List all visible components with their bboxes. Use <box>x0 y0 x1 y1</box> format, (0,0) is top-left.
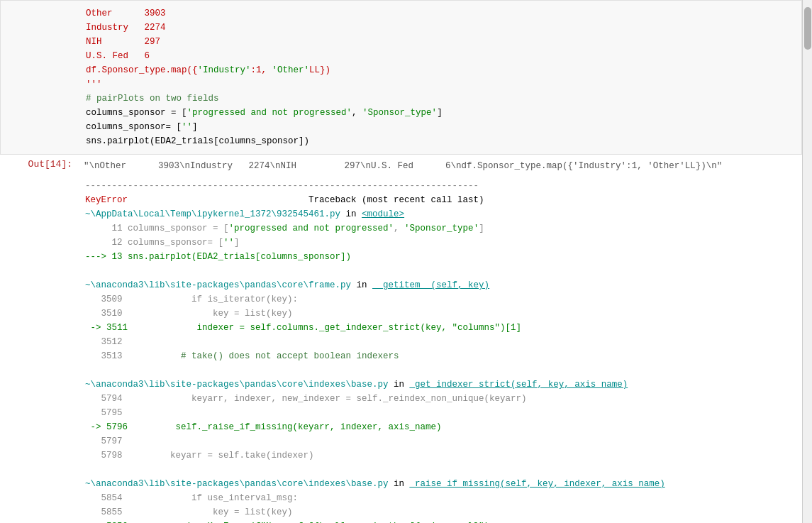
code-line: ''' <box>86 79 102 89</box>
separator-line: ----------------------------------------… <box>85 181 479 191</box>
line-5795: 5795 <box>85 408 123 418</box>
arrow-line-5796: -> 5796 self._raise_if_missing(keyarr, i… <box>85 422 442 432</box>
data-line: U.S. Fed 6 <box>86 51 150 61</box>
getitem-link[interactable]: __getitem__(self, key) <box>372 280 489 290</box>
raise-if-missing-link[interactable]: _raise_if_missing(self, key, indexer, ax… <box>410 479 665 489</box>
line-5797: 5797 <box>85 436 123 446</box>
file-path-2: ~\anaconda3\lib\site-packages\pandas\cor… <box>85 280 351 290</box>
input-cell: Other 3903 Industry 2274 NIH 297 U.S. Fe… <box>0 0 802 155</box>
error-type: KeyError <box>85 195 128 205</box>
scrollbar[interactable] <box>802 0 812 523</box>
line-3509: 3509 if is_iterator(key): <box>85 294 298 304</box>
code-line: sns.pairplot(EDA2_trials[columns_sponsor… <box>86 136 309 146</box>
output-string: "\nOther 3903\nIndustry 2274\nNIH 297\nU… <box>84 161 722 171</box>
line-12: 12 columns_sponsor= [''] <box>85 238 240 248</box>
arrow-line-13: ---> 13 sns.pairplot(EDA2_trials[columns… <box>85 252 351 262</box>
line-11: 11 columns_sponsor = ['progressed and no… <box>85 224 484 233</box>
line-5798: 5798 keyarr = self.take(indexer) <box>85 451 314 461</box>
file-path-3: ~\anaconda3\lib\site-packages\pandas\cor… <box>85 380 389 390</box>
out-cell: Out[14]: "\nOther 3903\nIndustry 2274\nN… <box>0 155 802 177</box>
notebook-container: Other 3903 Industry 2274 NIH 297 U.S. Fe… <box>0 0 812 523</box>
line-5855: 5855 key = list(key) <box>85 507 293 517</box>
traceback-section: ----------------------------------------… <box>0 177 802 523</box>
line-3512: 3512 <box>85 337 123 347</box>
module-link[interactable]: <module> <box>362 209 404 219</box>
line-3510: 3510 key = list(key) <box>85 309 293 319</box>
data-line: NIH 297 <box>86 37 160 47</box>
line-5854: 5854 if use_interval_msg: <box>85 493 298 503</box>
line-3513: 3513 # take() does not accept boolean in… <box>85 351 399 361</box>
data-line: Other 3903 <box>86 9 166 18</box>
get-indexer-link[interactable]: _get_indexer_strict(self, key, axis_name… <box>410 380 628 390</box>
content-area: Other 3903 Industry 2274 NIH 297 U.S. Fe… <box>0 0 802 523</box>
comment-line: # pairPlots on two fields <box>86 94 219 104</box>
cell-label: Out[14]: <box>0 158 78 175</box>
data-line: Industry 2274 <box>86 23 166 33</box>
arrow-line-3511: -> 3511 indexer = self.columns._get_inde… <box>85 323 521 333</box>
file-path-1: ~\AppData\Local\Temp\ipykernel_1372\9325… <box>85 209 340 219</box>
line-5794: 5794 keyarr, indexer, new_indexer = self… <box>85 394 527 404</box>
scrollbar-thumb[interactable] <box>804 7 811 50</box>
code-line: columns_sponsor = ['progressed and not p… <box>86 108 443 118</box>
code-line: df.Sponsor_type.map({'Industry':1, 'Othe… <box>86 65 330 75</box>
code-line: columns_sponsor= [''] <box>86 122 198 132</box>
file-path-4: ~\anaconda3\lib\site-packages\pandas\cor… <box>85 479 389 489</box>
cell-output-content: "\nOther 3903\nIndustry 2274\nNIH 297\nU… <box>78 158 802 175</box>
